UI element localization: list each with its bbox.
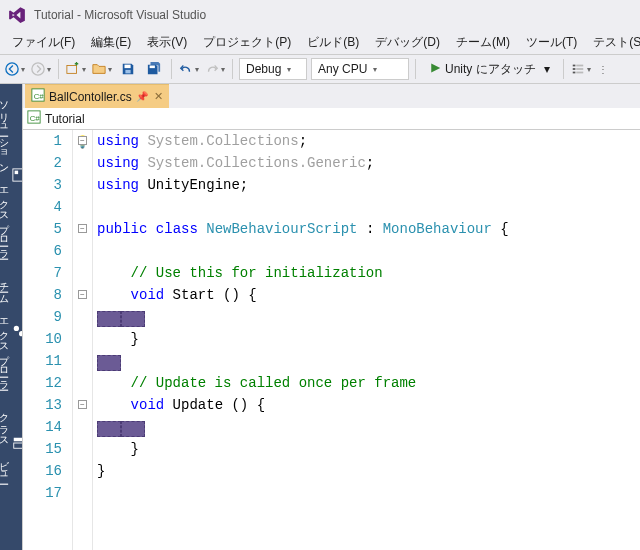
undo-button[interactable]: ▾ bbox=[178, 58, 200, 80]
csharp-file-icon: C# bbox=[31, 88, 45, 105]
play-icon bbox=[429, 62, 441, 77]
config-combo-value: Debug bbox=[246, 62, 281, 76]
line-number: 15 bbox=[23, 438, 62, 460]
fold-toggle[interactable]: − bbox=[78, 400, 87, 409]
code-line[interactable]: } bbox=[97, 438, 640, 460]
svg-rect-13 bbox=[15, 170, 19, 174]
line-number-gutter: 1234567891011121314151617 bbox=[23, 130, 73, 550]
whitespace-block bbox=[121, 421, 145, 437]
save-all-button[interactable] bbox=[143, 58, 165, 80]
window-title: Tutorial - Microsoft Visual Studio bbox=[34, 8, 206, 22]
line-number: 3 bbox=[23, 174, 62, 196]
code-line[interactable] bbox=[97, 306, 640, 328]
nav-bar[interactable]: C# Tutorial bbox=[23, 108, 640, 130]
svg-rect-6 bbox=[572, 65, 575, 67]
whitespace-block bbox=[121, 311, 145, 327]
menu-debug[interactable]: デバッグ(D) bbox=[367, 31, 448, 54]
menu-test[interactable]: テスト(S) bbox=[585, 31, 640, 54]
whitespace-block bbox=[97, 311, 121, 327]
line-number: 14 bbox=[23, 416, 62, 438]
pin-icon[interactable]: 📌 bbox=[136, 91, 148, 102]
sidebar-tab-label: チーム エクスプローラー bbox=[0, 275, 10, 386]
editor-panel: C# BallContoller.cs 📌 ✕ C# Tutorial 1234… bbox=[22, 84, 640, 550]
file-tab-name: BallContoller.cs bbox=[49, 90, 132, 104]
svg-rect-5 bbox=[150, 66, 155, 69]
separator bbox=[415, 59, 416, 79]
line-number: 10 bbox=[23, 328, 62, 350]
title-bar: Tutorial - Microsoft Visual Studio bbox=[0, 0, 640, 30]
line-number: 5 bbox=[23, 218, 62, 240]
menu-view[interactable]: 表示(V) bbox=[139, 31, 195, 54]
svg-rect-3 bbox=[125, 65, 131, 69]
code-editor[interactable]: 1234567891011121314151617 💡 −−−− using S… bbox=[23, 130, 640, 550]
separator bbox=[58, 59, 59, 79]
code-line[interactable] bbox=[97, 196, 640, 218]
code-line[interactable]: } bbox=[97, 460, 640, 482]
settings-button[interactable]: ▾ bbox=[570, 58, 592, 80]
menu-build[interactable]: ビルド(B) bbox=[299, 31, 367, 54]
nav-fwd-button[interactable]: ▾ bbox=[30, 58, 52, 80]
csharp-project-icon: C# bbox=[27, 110, 41, 127]
file-tab-row: C# BallContoller.cs 📌 ✕ bbox=[23, 84, 640, 108]
menu-edit[interactable]: 編集(E) bbox=[83, 31, 139, 54]
config-combo[interactable]: Debug ▾ bbox=[239, 58, 307, 80]
code-line[interactable] bbox=[97, 350, 640, 372]
menu-tools[interactable]: ツール(T) bbox=[518, 31, 585, 54]
overflow-button[interactable]: ⋮ bbox=[596, 58, 610, 80]
line-number: 6 bbox=[23, 240, 62, 262]
code-line[interactable] bbox=[97, 240, 640, 262]
platform-combo[interactable]: Any CPU ▾ bbox=[311, 58, 409, 80]
file-tab-active[interactable]: C# BallContoller.cs 📌 ✕ bbox=[25, 84, 169, 108]
code-content[interactable]: using System.Collections;using System.Co… bbox=[93, 130, 640, 550]
code-line[interactable]: public class NewBehaviourScript : MonoBe… bbox=[97, 218, 640, 240]
side-tab-strip: ソリューション エクスプローラー チーム エクスプローラー クラス ビュー bbox=[0, 84, 22, 550]
open-file-button[interactable]: ▾ bbox=[91, 58, 113, 80]
svg-rect-2 bbox=[67, 66, 77, 74]
fold-toggle[interactable]: − bbox=[78, 224, 87, 233]
code-line[interactable] bbox=[97, 416, 640, 438]
line-number: 17 bbox=[23, 482, 62, 504]
menu-file[interactable]: ファイル(F) bbox=[4, 31, 83, 54]
new-project-button[interactable]: ▾ bbox=[65, 58, 87, 80]
code-line[interactable]: using System.Collections; bbox=[97, 130, 640, 152]
redo-button[interactable]: ▾ bbox=[204, 58, 226, 80]
svg-text:C#: C# bbox=[34, 92, 45, 101]
fold-toggle[interactable]: − bbox=[78, 136, 87, 145]
code-line[interactable]: } bbox=[97, 328, 640, 350]
main-area: ソリューション エクスプローラー チーム エクスプローラー クラス ビュー C#… bbox=[0, 84, 640, 550]
whitespace-block bbox=[97, 355, 121, 371]
line-number: 2 bbox=[23, 152, 62, 174]
line-number: 11 bbox=[23, 350, 62, 372]
line-number: 7 bbox=[23, 262, 62, 284]
menu-team[interactable]: チーム(M) bbox=[448, 31, 518, 54]
code-line[interactable]: using UnityEngine; bbox=[97, 174, 640, 196]
line-number: 16 bbox=[23, 460, 62, 482]
code-line[interactable]: // Use this for initialization bbox=[97, 262, 640, 284]
save-button[interactable] bbox=[117, 58, 139, 80]
code-line[interactable]: void Update () { bbox=[97, 394, 640, 416]
close-icon[interactable]: ✕ bbox=[154, 90, 163, 103]
svg-rect-9 bbox=[576, 65, 583, 67]
svg-text:C#: C# bbox=[30, 114, 41, 123]
separator bbox=[171, 59, 172, 79]
nav-back-button[interactable]: ▾ bbox=[4, 58, 26, 80]
attach-unity-button[interactable]: Unity にアタッチ ▾ bbox=[422, 58, 557, 80]
separator bbox=[563, 59, 564, 79]
sidebar-tab-label: ソリューション エクスプローラー bbox=[0, 94, 10, 255]
menu-project[interactable]: プロジェクト(P) bbox=[195, 31, 299, 54]
svg-rect-11 bbox=[576, 72, 583, 74]
line-number: 9 bbox=[23, 306, 62, 328]
code-line[interactable] bbox=[97, 482, 640, 504]
sidebar-tab-label: クラス ビュー bbox=[0, 406, 10, 480]
code-line[interactable]: // Update is called once per frame bbox=[97, 372, 640, 394]
code-line[interactable]: using System.Collections.Generic; bbox=[97, 152, 640, 174]
code-line[interactable]: void Start () { bbox=[97, 284, 640, 306]
fold-toggle[interactable]: − bbox=[78, 290, 87, 299]
line-number: 4 bbox=[23, 196, 62, 218]
line-number: 1 bbox=[23, 130, 62, 152]
nav-bar-project: Tutorial bbox=[45, 112, 85, 126]
svg-point-14 bbox=[14, 325, 19, 330]
glyph-margin: 💡 −−−− bbox=[73, 130, 93, 550]
svg-rect-8 bbox=[572, 72, 575, 74]
attach-label: Unity にアタッチ bbox=[445, 61, 536, 78]
